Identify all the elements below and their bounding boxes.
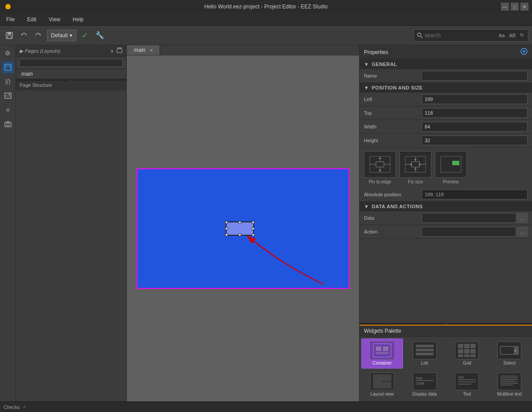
menu-edit[interactable]: Edit (24, 16, 39, 23)
prop-left-input[interactable] (422, 94, 528, 104)
widget-container[interactable]: Container (361, 338, 403, 369)
canvas-page[interactable] (137, 168, 349, 289)
svg-point-3 (417, 33, 421, 36)
add-page-button[interactable]: + (110, 47, 114, 55)
svg-rect-70 (501, 377, 517, 378)
fix-size-button[interactable] (399, 151, 431, 178)
pin-to-edge-button[interactable] (364, 151, 396, 178)
svg-line-4 (421, 36, 422, 38)
prop-height-input[interactable] (422, 136, 528, 145)
svg-rect-28 (411, 162, 419, 167)
chevron-pos-icon: ▼ (364, 85, 369, 90)
settings-icon-btn[interactable]: ⚙ (2, 47, 14, 59)
svg-rect-52 (458, 354, 463, 357)
chevron-down-icon: ▼ (364, 62, 369, 67)
search-case-btn[interactable]: Aa (497, 32, 506, 39)
widget-multiline-text[interactable]: Multiline text (489, 369, 530, 400)
svg-text:▾: ▾ (514, 349, 516, 353)
sidebar-bottom-header: Page Structure (16, 81, 126, 90)
delete-page-button[interactable] (116, 47, 123, 55)
prop-data-btn[interactable]: … (517, 213, 528, 223)
svg-rect-67 (458, 381, 476, 382)
search-refresh-btn[interactable]: ↻ (519, 32, 525, 39)
widget-text-label: Text (463, 392, 471, 396)
svg-rect-11 (117, 49, 122, 53)
sidebar-search (16, 57, 126, 69)
prop-action-input[interactable] (422, 227, 516, 237)
svg-rect-74 (501, 385, 513, 385)
maximize-button[interactable]: □ (511, 3, 519, 11)
properties-header: Properties (360, 45, 532, 59)
svg-rect-50 (464, 349, 469, 354)
canvas-content[interactable] (127, 55, 359, 401)
widget-layout-view[interactable]: Layout view (361, 369, 403, 400)
search-word-btn[interactable]: AB (508, 32, 517, 39)
widget-list[interactable]: List (404, 338, 446, 369)
titlebar-controls: — □ ✕ (501, 3, 528, 11)
sidebar-actions: + (110, 47, 123, 55)
widget-grid[interactable]: Grid (446, 338, 488, 369)
section-position[interactable]: ▼ POSITION AND SIZE (360, 83, 532, 93)
image-icon-btn[interactable] (2, 89, 14, 102)
layout-dropdown-label: Default (51, 32, 68, 39)
section-general[interactable]: ▼ GENERAL (360, 59, 532, 69)
pages-icon-btn[interactable] (2, 61, 14, 74)
widget-text[interactable]: Text Text (446, 369, 488, 400)
widget-display-data[interactable]: Data 12345 Display data (404, 369, 446, 400)
widget-list-label: List (421, 361, 428, 365)
menu-view[interactable]: View (46, 16, 63, 23)
close-button[interactable]: ✕ (520, 3, 528, 11)
sidebar-search-input[interactable] (20, 59, 123, 67)
canvas-tab-main[interactable]: main ✕ (127, 45, 160, 55)
widget-multiline-text-icon (497, 373, 521, 390)
prop-data-input[interactable] (422, 213, 516, 223)
camera-icon-btn[interactable] (2, 118, 14, 130)
titlebar-dot (5, 4, 11, 9)
widget-display-data-icon: Data 12345 (413, 373, 437, 390)
menu-file[interactable]: File (4, 16, 17, 23)
redo-button[interactable] (33, 30, 43, 41)
prop-name-input[interactable] (422, 71, 528, 81)
prop-top-row: Top (360, 106, 532, 120)
svg-text:Data: Data (416, 377, 422, 380)
widget-grid-icon (455, 342, 479, 359)
prop-data-label: Data (364, 215, 422, 221)
section-position-label: POSITION AND SIZE (372, 85, 422, 90)
layout-dropdown[interactable]: Default ▾ (47, 30, 76, 41)
svg-rect-54 (470, 354, 476, 357)
wrench-button[interactable]: 🔧 (94, 29, 106, 41)
minimize-button[interactable]: — (501, 3, 509, 11)
search-input[interactable] (425, 32, 496, 39)
checks-label: Checks (4, 404, 20, 410)
preview-button[interactable] (435, 151, 467, 178)
svg-marker-34 (414, 168, 417, 170)
svg-rect-1 (8, 32, 11, 35)
handle-lm (225, 227, 228, 230)
code-icon-btn[interactable]: ⟨/⟩ (2, 75, 14, 88)
handle-bm (239, 233, 241, 236)
prop-abs-pos-input (422, 190, 528, 199)
check-button[interactable]: ✓ (80, 29, 90, 42)
section-data[interactable]: ▼ DATA AND ACTIONS (360, 202, 532, 211)
prop-left-label: Left (364, 97, 422, 102)
prop-top-input[interactable] (422, 108, 528, 118)
menu-help[interactable]: Help (70, 16, 86, 23)
search-actions: Aa AB ↻ (497, 32, 525, 39)
svg-rect-44 (416, 349, 434, 351)
sidebar-bottom-content (16, 90, 126, 401)
prop-width-input[interactable] (422, 122, 528, 132)
statusbar: Checks ✓ (0, 401, 532, 412)
canvas-tab-close[interactable]: ✕ (149, 48, 153, 53)
widget-select[interactable]: ▾ Select (489, 338, 530, 369)
prop-action-btn[interactable]: … (517, 227, 528, 237)
widget-list-icon (413, 342, 437, 359)
search-bar: Aa AB ↻ (414, 29, 528, 42)
widgets-grid: Container List (360, 337, 532, 401)
chevron-down-icon: ▾ (70, 32, 72, 39)
canvas-widget[interactable] (226, 222, 254, 236)
undo-button[interactable] (19, 30, 29, 41)
widget-container-icon (370, 342, 394, 359)
properties-title: Properties (364, 49, 388, 55)
list-icon-btn[interactable]: ≡ (2, 104, 14, 116)
save-button[interactable] (4, 30, 15, 41)
